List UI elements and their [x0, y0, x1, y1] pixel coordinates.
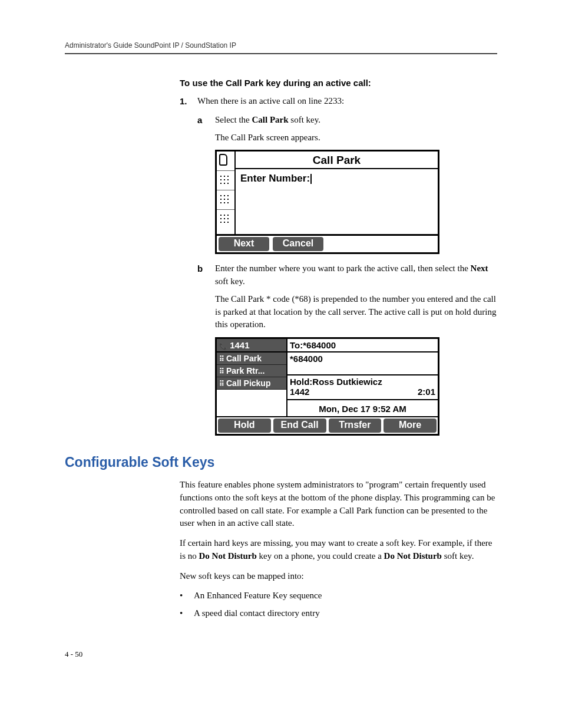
hold-ext: 1442 — [290, 387, 309, 397]
softkey-hold[interactable]: Hold — [218, 419, 271, 433]
line-button-call-pickup[interactable]: Call Pickup — [217, 377, 286, 390]
para2-b2: Do Not Disturb — [384, 551, 442, 561]
step-1b-text: Enter the number where you want to park … — [215, 262, 497, 288]
step-letter-b: b — [197, 262, 215, 288]
step-1a-bold: Call Park — [252, 115, 288, 124]
screen-title: Call Park — [236, 151, 438, 169]
page-number: 4 - 50 — [65, 650, 497, 659]
text-cursor — [310, 174, 312, 184]
phone-left-icons — [217, 151, 236, 234]
keypad-icon — [217, 210, 234, 229]
call-timer: 2:01 — [418, 387, 435, 397]
softkey-next[interactable]: Next — [219, 237, 269, 251]
running-header: Administrator's Guide SoundPoint IP / So… — [65, 41, 497, 50]
para2-b1: Do Not Disturb — [199, 551, 257, 561]
softkey-more[interactable]: More — [384, 419, 437, 433]
phone-screen-call-park: Call Park Enter Number: Next Cancel — [215, 150, 439, 254]
step-1b-pre: Enter the number where you want to park … — [215, 263, 471, 273]
active-line-label: 📞 1441 — [217, 339, 287, 353]
paragraph-3: New soft keys can be mapped into: — [180, 570, 497, 583]
keypad-icon — [217, 190, 234, 210]
step-1a-pre: Select the — [215, 115, 252, 124]
line-button-park-rtr[interactable]: Park Rtr... — [217, 365, 286, 377]
to-line: To:*684000 — [287, 339, 438, 353]
softkey-end-call[interactable]: End Call — [273, 419, 326, 433]
bullet-icon: • — [180, 607, 194, 620]
datetime: Mon, Dec 17 9:52 AM — [287, 399, 438, 416]
para2-post: soft key. — [442, 551, 474, 561]
phone-screen-active-call: 📞 1441 To:*684000 Call Park Park Rtr... … — [215, 337, 439, 436]
step-1-text: When there is an active call on line 223… — [197, 95, 497, 108]
handset-icon — [217, 151, 234, 171]
line-button-call-park[interactable]: Call Park — [217, 353, 286, 365]
active-line-ext: 1441 — [230, 340, 249, 350]
softkey-cancel[interactable]: Cancel — [273, 237, 323, 251]
line-label: Call Pickup — [226, 378, 270, 388]
softkey-transfer[interactable]: Trnsfer — [329, 419, 382, 433]
section-title-configurable-soft-keys: Configurable Soft Keys — [65, 454, 497, 470]
line-label: Call Park — [226, 354, 262, 363]
step-1b-post: soft key. — [215, 276, 245, 286]
dialed-number: *684000 — [287, 353, 438, 375]
step-letter-a: a — [197, 114, 215, 127]
bullet-2: A speed dial contact directory entry — [194, 607, 320, 620]
procedure-title: To use the Call Park key during an activ… — [180, 78, 497, 88]
step-1a-post: soft key. — [289, 115, 320, 124]
paragraph-2: If certain hard keys are missing, you ma… — [180, 537, 497, 563]
bullet-1: An Enhanced Feature Key sequence — [194, 589, 322, 602]
para2-mid: key on a phone, you could create a — [257, 551, 384, 561]
bullet-icon: • — [180, 589, 194, 602]
paragraph-1: This feature enables phone system admini… — [180, 479, 497, 530]
step-1b-extra: The Call Park * code (*68) is prepended … — [215, 293, 497, 331]
step-1b-bold: Next — [471, 263, 488, 273]
hold-name: Hold:Ross Dutkiewicz — [287, 375, 438, 387]
line-label: Park Rtr... — [226, 366, 265, 375]
keypad-icon — [217, 171, 234, 190]
header-rule — [65, 53, 497, 54]
enter-number-label: Enter Number: — [240, 173, 310, 184]
step-1a-text: Select the Call Park soft key. — [215, 114, 497, 127]
step-number-1: 1. — [180, 95, 197, 108]
step-1a-extra: The Call Park screen appears. — [215, 131, 497, 144]
